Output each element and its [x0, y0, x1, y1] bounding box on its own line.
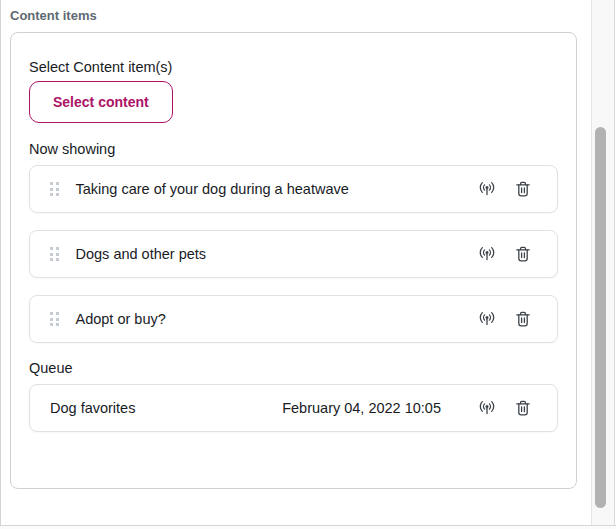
queue-item-title: Dog favorites	[50, 400, 135, 416]
queue-item-row: Dog favorites February 04, 2022 10:05	[29, 384, 558, 432]
queue-item-timestamp: February 04, 2022 10:05	[282, 400, 441, 416]
content-items-label: Content items	[10, 8, 97, 23]
content-item-title: Dogs and other pets	[76, 246, 207, 262]
content-item-title: Adopt or buy?	[76, 311, 166, 327]
window-left-border	[0, 0, 1, 529]
broadcast-icon[interactable]	[477, 309, 497, 329]
drag-handle-icon[interactable]	[50, 247, 59, 261]
select-content-label: Select Content item(s)	[29, 59, 558, 75]
trash-icon[interactable]	[513, 244, 533, 264]
now-showing-label: Now showing	[29, 141, 558, 157]
broadcast-icon[interactable]	[477, 179, 497, 199]
content-items-panel: Select Content item(s) Select content No…	[10, 32, 577, 489]
drag-handle-icon[interactable]	[50, 312, 59, 326]
content-item-row: Adopt or buy?	[29, 295, 558, 343]
drag-handle-icon[interactable]	[50, 182, 59, 196]
now-showing-list: Taking care of your dog during a heatwav…	[29, 165, 558, 343]
content-item-row: Taking care of your dog during a heatwav…	[29, 165, 558, 213]
queue-list: Dog favorites February 04, 2022 10:05	[29, 384, 558, 432]
trash-icon[interactable]	[513, 398, 533, 418]
vertical-scrollbar-thumb[interactable]	[595, 127, 606, 508]
queue-label: Queue	[29, 360, 558, 376]
content-item-row: Dogs and other pets	[29, 230, 558, 278]
vertical-scrollbar-track[interactable]	[591, 0, 615, 525]
broadcast-icon[interactable]	[477, 244, 497, 264]
trash-icon[interactable]	[513, 309, 533, 329]
content-item-title: Taking care of your dog during a heatwav…	[76, 181, 349, 197]
trash-icon[interactable]	[513, 179, 533, 199]
broadcast-icon[interactable]	[477, 398, 497, 418]
select-content-button[interactable]: Select content	[29, 81, 173, 123]
